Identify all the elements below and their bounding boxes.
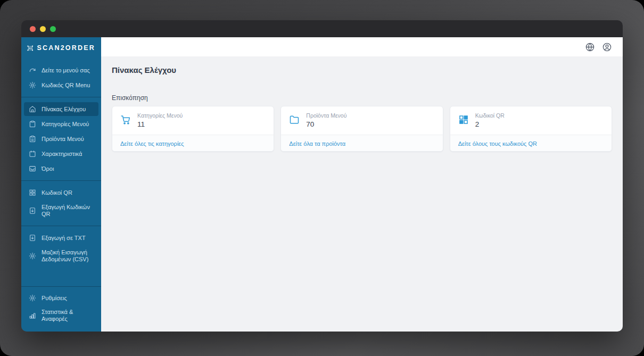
sidebar-item-label: Όροι (42, 165, 54, 172)
card-menu-products: Προϊόντα Μενού 70 Δείτε όλα τα προϊόντα (280, 106, 443, 152)
sidebar-footer: Ρυθμίσεις Στατιστικά & Αναφορές (21, 282, 101, 332)
maximize-window-button[interactable] (50, 26, 56, 32)
globe-icon[interactable] (585, 42, 595, 52)
sidebar-item-label: Δείτε το μενού σας (42, 67, 90, 74)
sidebar-item-dashboard[interactable]: Πίνακας Ελέγχου (24, 102, 98, 116)
card-value: 2 (475, 120, 505, 128)
sidebar-item-qr-menu[interactable]: Κωδικός QR Menu (24, 78, 98, 92)
inbox-icon (29, 165, 36, 172)
brand-logo: SO SCAN2ORDER (21, 37, 101, 59)
svg-text:SO: SO (29, 47, 32, 49)
sidebar-item-label: Πίνακας Ελέγχου (42, 106, 86, 113)
sidebar-item-label: Εξαγωγή σε TXT (42, 235, 86, 242)
sidebar: SO SCAN2ORDER Δείτε το μενού σας (21, 37, 101, 332)
sidebar-divider (21, 286, 101, 287)
clipboard-list-icon (29, 135, 36, 143)
main-area: Πίνακας Ελέγχου Επισκόπηση Κατηγορίες Με… (101, 37, 623, 332)
card-qr-codes: Κωδικοί QR 2 Δείτε όλους τους κωδικούς Q… (450, 106, 612, 152)
close-window-button[interactable] (30, 26, 36, 32)
sidebar-item-label: Προϊόντα Μενού (42, 136, 84, 143)
card-value: 11 (137, 120, 183, 128)
sidebar-item-export-qr[interactable]: Εξαγωγή Κωδικών QR (24, 201, 98, 221)
sidebar-divider (21, 180, 101, 181)
card-label: Κωδικοί QR (475, 112, 505, 119)
sidebar-item-label: Κωδικοί QR (42, 189, 72, 196)
card-value: 70 (306, 120, 346, 128)
sidebar-item-qr-codes[interactable]: Κωδικοί QR (24, 186, 98, 200)
page-title: Πίνακας Ελέγχου (112, 65, 612, 74)
qr-logo-icon: SO (27, 43, 33, 54)
gear-icon (29, 81, 36, 89)
sidebar-item-attributes[interactable]: Χαρακτηριστικά (24, 147, 98, 161)
desktop-background: SO SCAN2ORDER Δείτε το μενού σας (0, 0, 644, 356)
sidebar-item-label: Χαρακτηριστικά (42, 151, 82, 158)
minimize-window-button[interactable] (40, 26, 46, 32)
cart-icon (120, 114, 131, 125)
sidebar-item-label: Μαζική Εισαγωγή Δεδομένων (CSV) (42, 249, 94, 263)
card-label: Προϊόντα Μενού (306, 112, 346, 119)
sidebar-item-label: Ρυθμίσεις (42, 295, 67, 302)
overview-section-label: Επισκόπηση (112, 94, 612, 102)
gear-icon (29, 252, 36, 260)
view-all-categories-link[interactable]: Δείτε όλες τις κατηγορίες (120, 140, 184, 147)
file-download-icon (29, 234, 36, 242)
page-content: Πίνακας Ελέγχου Επισκόπηση Κατηγορίες Με… (101, 56, 623, 332)
gear-icon (29, 294, 36, 302)
qr-grid-icon (458, 114, 469, 125)
sidebar-item-menu-products[interactable]: Προϊόντα Μενού (24, 132, 98, 146)
folder-icon (289, 114, 300, 125)
top-header-bar (101, 37, 623, 56)
view-all-qr-codes-link[interactable]: Δείτε όλους τους κωδικούς QR (458, 140, 537, 147)
grid-icon (29, 189, 36, 196)
sidebar-item-bulk-import-csv[interactable]: Μαζική Εισαγωγή Δεδομένων (CSV) (24, 246, 98, 266)
app-window: SO SCAN2ORDER Δείτε το μενού σας (21, 20, 623, 332)
sidebar-item-label: Εξαγωγή Κωδικών QR (42, 204, 94, 218)
overview-cards: Κατηγορίες Μενού 11 Δείτε όλες τις κατηγ… (112, 106, 612, 152)
home-icon (29, 105, 36, 113)
card-menu-categories: Κατηγορίες Μενού 11 Δείτε όλες τις κατηγ… (112, 106, 274, 152)
sidebar-item-terms[interactable]: Όροι (24, 162, 98, 176)
sidebar-item-menu-categories[interactable]: Κατηγορίες Μενού (24, 117, 98, 131)
view-all-products-link[interactable]: Δείτε όλα τα προϊόντα (289, 140, 345, 147)
sidebar-item-stats-reports[interactable]: Στατιστικά & Αναφορές (24, 305, 98, 326)
account-icon[interactable] (602, 42, 612, 52)
sidebar-item-export-txt[interactable]: Εξαγωγή σε TXT (24, 231, 98, 245)
sidebar-item-label: Στατιστικά & Αναφορές (42, 309, 94, 322)
sidebar-item-view-menu[interactable]: Δείτε το μενού σας (24, 63, 98, 77)
sidebar-item-label: Κατηγορίες Μενού (42, 121, 89, 128)
sidebar-item-label: Κωδικός QR Menu (42, 82, 90, 89)
sidebar-item-settings[interactable]: Ρυθμίσεις (24, 291, 98, 305)
calendar-icon (29, 150, 36, 158)
file-download-icon (29, 207, 36, 214)
clipboard-icon (29, 120, 36, 128)
sidebar-divider (21, 97, 101, 97)
brand-name: SCAN2ORDER (37, 44, 95, 52)
window-titlebar (21, 20, 623, 37)
sidebar-nav: Δείτε το μενού σας Κωδικός QR Menu (21, 59, 101, 332)
bar-chart-icon (29, 312, 36, 319)
redo-arrow-icon (29, 67, 36, 74)
card-label: Κατηγορίες Μενού (137, 112, 183, 119)
sidebar-divider (21, 226, 101, 226)
